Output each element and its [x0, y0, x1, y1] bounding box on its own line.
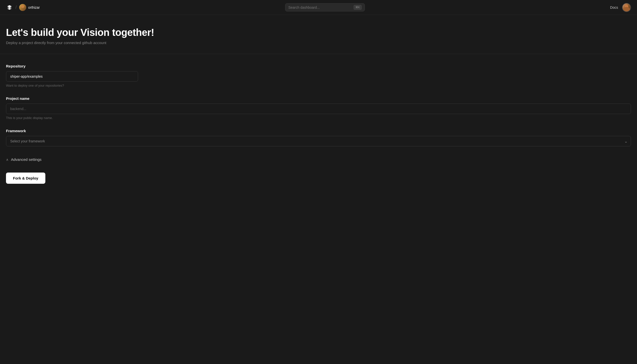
hero-section: Let's build your Vision together! Deploy… [0, 15, 637, 54]
project-name-input[interactable] [6, 104, 631, 114]
nav-logo[interactable] [6, 4, 13, 11]
framework-section: Framework Select your framework Next.js … [6, 129, 631, 146]
hero-title: Let's build your Vision together! [6, 27, 631, 38]
framework-label: Framework [6, 129, 631, 133]
nav-user-avatar-icon [19, 4, 26, 11]
chevron-up-icon: ∧ [6, 158, 9, 162]
project-name-label: Project name [6, 96, 631, 100]
navbar-right: Docs [610, 3, 631, 12]
framework-select[interactable]: Select your framework Next.js Remix Svel… [6, 136, 631, 146]
repository-section: Repository Want to deploy one of your re… [6, 64, 631, 88]
repository-input[interactable] [6, 71, 138, 82]
search-bar[interactable]: ⌘K [285, 3, 365, 12]
nav-username: orthizar [28, 6, 40, 10]
project-name-section: Project name This is your public display… [6, 96, 631, 120]
advanced-settings-label: Advanced settings [11, 157, 42, 162]
repository-input-wrapper [6, 71, 138, 82]
search-input[interactable] [288, 6, 352, 10]
framework-select-wrapper: Select your framework Next.js Remix Svel… [6, 136, 631, 146]
nav-separator: / [16, 5, 17, 10]
advanced-settings-toggle[interactable]: ∧ Advanced settings [6, 155, 631, 164]
docs-link[interactable]: Docs [610, 6, 618, 10]
navbar-left: / orthizar [6, 4, 40, 11]
hero-subtitle: Deploy a project directly from your conn… [6, 40, 631, 45]
profile-avatar[interactable] [622, 3, 631, 12]
fork-deploy-button[interactable]: Fork & Deploy [6, 172, 45, 184]
search-shortcut-badge: ⌘K [354, 5, 362, 10]
main-content: Repository Want to deploy one of your re… [0, 54, 637, 194]
project-name-hint: This is your public display name. [6, 116, 631, 120]
repository-hint: Want to deploy one of your repositories? [6, 84, 631, 88]
navbar: / orthizar ⌘K Docs [0, 0, 637, 15]
nav-user[interactable]: orthizar [19, 4, 40, 11]
repository-label: Repository [6, 64, 631, 68]
